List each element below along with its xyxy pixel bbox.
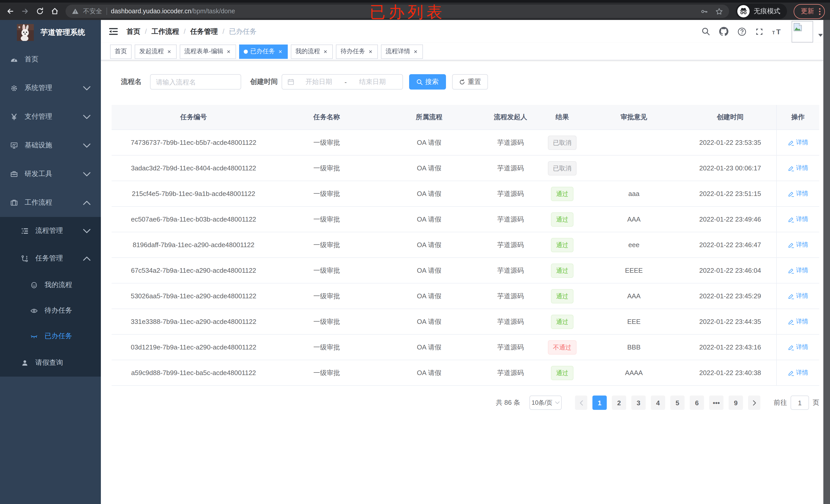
- tab-我的流程[interactable]: 我的流程×: [291, 44, 333, 59]
- tab-发起流程[interactable]: 发起流程×: [135, 44, 177, 59]
- sidebar-item-基础设施[interactable]: 基础设施: [0, 131, 101, 160]
- sidebar-collapse-icon[interactable]: [108, 27, 118, 36]
- breadcrumb-item[interactable]: 首页: [126, 27, 140, 36]
- pager-page-6[interactable]: 6: [690, 396, 704, 410]
- back-icon[interactable]: [6, 7, 14, 15]
- page-size-select[interactable]: 10条/页: [530, 396, 562, 410]
- process-name-input[interactable]: [150, 74, 241, 90]
- detail-button[interactable]: 详情: [788, 138, 808, 147]
- cell-comment: EEEE: [584, 258, 684, 283]
- tab-流程表单-编辑[interactable]: 流程表单-编辑×: [180, 44, 236, 59]
- tab-待办任务[interactable]: 待办任务×: [336, 44, 378, 59]
- search-button[interactable]: 搜索: [409, 74, 446, 90]
- tab-已办任务[interactable]: 已办任务×: [239, 44, 288, 59]
- sidebar-item-任务管理[interactable]: 任务管理: [0, 244, 101, 272]
- detail-button[interactable]: 详情: [788, 266, 808, 275]
- cell-comment: AAAA: [584, 360, 684, 385]
- briefcase-icon: [10, 199, 18, 206]
- avatar[interactable]: [792, 21, 813, 42]
- detail-button[interactable]: 详情: [788, 317, 808, 326]
- sidebar-logo[interactable]: 芋道管理系统: [0, 20, 101, 45]
- forward-icon[interactable]: [21, 7, 29, 15]
- font-size-icon[interactable]: TT: [772, 27, 783, 36]
- result-badge: 通过: [551, 289, 573, 303]
- cell-created: 2022-01-22 23:45:29: [684, 283, 776, 308]
- cell-starter: 芋道源码: [480, 207, 541, 232]
- detail-button[interactable]: 详情: [788, 368, 808, 377]
- cell-task-id: 8196daff-7b9a-11ec-a290-acde48001122: [111, 232, 276, 257]
- page-scrollbar[interactable]: [823, 20, 830, 504]
- date-range-picker[interactable]: 开始日期 - 结束日期: [281, 74, 403, 90]
- sidebar-item-研发工具[interactable]: 研发工具: [0, 160, 101, 188]
- detail-label: 详情: [796, 215, 808, 224]
- cell-task-id: 74736737-7b9b-11ec-b5b7-acde48001122: [111, 130, 276, 155]
- pager-page-9[interactable]: 9: [729, 396, 743, 410]
- tab-close-icon[interactable]: ×: [413, 48, 418, 55]
- pager-page-5[interactable]: 5: [670, 396, 684, 410]
- breadcrumb-item[interactable]: 任务管理: [190, 27, 218, 36]
- fullscreen-icon[interactable]: [755, 27, 763, 36]
- key-icon[interactable]: [700, 7, 708, 15]
- sidebar-item-待办任务[interactable]: 待办任务: [0, 298, 101, 324]
- cell-result: 通过: [541, 181, 584, 206]
- pager-prev-button[interactable]: [575, 396, 587, 410]
- reload-icon[interactable]: [36, 7, 44, 15]
- github-icon[interactable]: [719, 27, 729, 36]
- detail-button[interactable]: 详情: [788, 215, 808, 224]
- tab-首页[interactable]: 首页: [110, 44, 132, 59]
- detail-label: 详情: [796, 317, 808, 326]
- date-range-separator: -: [344, 78, 348, 86]
- detail-button[interactable]: 详情: [788, 189, 808, 198]
- result-badge: 通过: [551, 212, 573, 227]
- column-header: 任务编号: [111, 105, 276, 130]
- help-icon[interactable]: [737, 27, 746, 36]
- detail-button[interactable]: 详情: [788, 240, 808, 249]
- sidebar-item-工作流程[interactable]: 工作流程: [0, 188, 101, 217]
- goto-page-input[interactable]: [791, 396, 809, 410]
- bookmark-star-icon[interactable]: [715, 7, 723, 15]
- detail-button[interactable]: 详情: [788, 164, 808, 172]
- pager-next-button[interactable]: [748, 396, 760, 410]
- detail-button[interactable]: 详情: [788, 292, 808, 300]
- tab-close-icon[interactable]: ×: [278, 48, 283, 55]
- reset-button[interactable]: 重置: [452, 74, 488, 90]
- breadcrumb-separator: /: [145, 28, 147, 35]
- sidebar-item-支付管理[interactable]: 支付管理: [0, 102, 101, 131]
- avatar-caret-icon[interactable]: [818, 34, 823, 37]
- pager-page-2[interactable]: 2: [612, 396, 626, 410]
- sidebar-item-系统管理[interactable]: 系统管理: [0, 74, 101, 102]
- tab-close-icon[interactable]: ×: [368, 48, 373, 55]
- breadcrumb-separator: /: [222, 28, 225, 35]
- detail-button[interactable]: 详情: [788, 343, 808, 351]
- sidebar-item-请假查询[interactable]: 请假查询: [0, 349, 101, 377]
- cell-starter: 芋道源码: [480, 181, 541, 206]
- chevron-up-icon: [83, 199, 91, 206]
- sidebar-item-我的流程[interactable]: 我的流程: [0, 272, 101, 298]
- column-header: 所属流程: [378, 105, 480, 130]
- cell-process: OA 请假: [378, 232, 480, 257]
- sidebar-item-流程管理[interactable]: 流程管理: [0, 217, 101, 244]
- cell-actions: 详情: [776, 360, 819, 385]
- header-search-icon[interactable]: [701, 27, 710, 36]
- sidebar-item-已办任务[interactable]: 已办任务: [0, 324, 101, 349]
- eye-closed-icon: [30, 332, 38, 340]
- browser-menu-icon[interactable]: [819, 7, 821, 15]
- tab-close-icon[interactable]: ×: [323, 48, 328, 55]
- home-icon[interactable]: [51, 7, 59, 15]
- broken-image-icon: [793, 22, 803, 32]
- tab-close-icon[interactable]: ×: [166, 48, 172, 55]
- table-row: 74736737-7b9b-11ec-b5b7-acde48001122一级审批…: [111, 130, 819, 156]
- browser-update-button[interactable]: 更新: [794, 4, 825, 19]
- pager-page-1[interactable]: 1: [593, 396, 607, 410]
- sidebar-item-首页[interactable]: 首页: [0, 45, 101, 74]
- pager-more-button[interactable]: •••: [709, 396, 724, 410]
- active-tab-dot: [244, 49, 248, 54]
- pager-page-4[interactable]: 4: [651, 396, 665, 410]
- tab-close-icon[interactable]: ×: [226, 48, 231, 55]
- breadcrumb-item[interactable]: 工作流程: [152, 27, 179, 36]
- cell-task-id: ec507ae6-7b9a-11ec-b03b-acde48001122: [111, 207, 276, 232]
- cell-created: 2022-01-22 23:44:35: [684, 309, 776, 334]
- pager-page-3[interactable]: 3: [631, 396, 646, 410]
- tab-流程详情[interactable]: 流程详情×: [381, 44, 423, 59]
- cell-starter: 芋道源码: [480, 283, 541, 308]
